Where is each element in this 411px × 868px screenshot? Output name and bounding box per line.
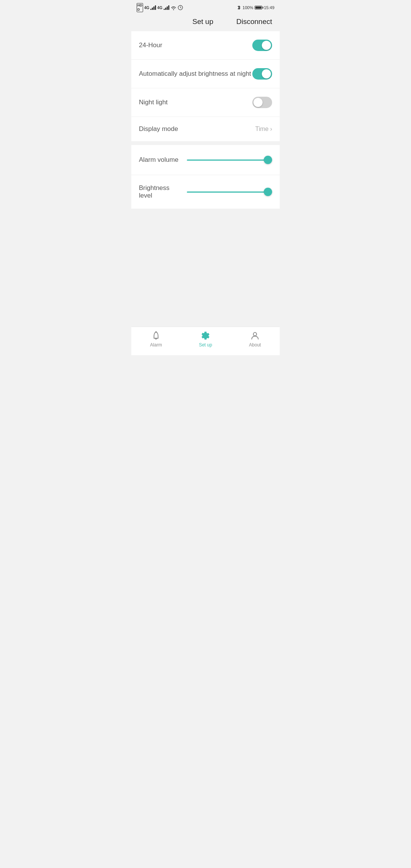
status-bar: HDD 4G 4G 100% — [131, 0, 280, 14]
nav-label-about: About — [249, 342, 261, 348]
toggle-24hour[interactable] — [252, 40, 272, 51]
toggle-thumb-night-light — [253, 98, 263, 107]
toggle-thumb-auto-brightness — [262, 69, 271, 78]
alarm-volume-track — [187, 160, 272, 161]
label-brightness: Brightness level — [139, 184, 181, 199]
hd-badge: HDD — [137, 3, 143, 12]
empty-gray-area — [131, 212, 280, 327]
nav-label-alarm: Alarm — [150, 342, 162, 348]
sliders-section: Alarm volume Brightness level — [131, 145, 280, 209]
toggle-night-light[interactable] — [252, 97, 272, 108]
label-display-mode: Display mode — [139, 125, 178, 133]
brightness-track — [187, 191, 272, 193]
nav-label-setup: Set up — [199, 342, 212, 348]
signal-bars-1 — [150, 5, 156, 10]
person-icon — [250, 331, 260, 341]
settings-section: 24-Hour Automatically adjust brightness … — [131, 31, 280, 141]
bottom-nav: Alarm Set up About — [131, 327, 280, 355]
clock-icon — [178, 5, 183, 10]
slider-row-alarm-volume: Alarm volume — [131, 145, 280, 175]
bell-icon — [151, 331, 161, 341]
setting-row-auto-brightness: Automatically adjust brightness at night — [131, 60, 280, 88]
brightness-thumb[interactable] — [264, 188, 272, 196]
toggle-thumb-24hour — [262, 41, 271, 50]
setting-row-display-mode[interactable]: Display mode Time › — [131, 117, 280, 141]
gear-icon — [201, 331, 210, 341]
network-4g-1: 4G — [144, 6, 149, 10]
label-24hour: 24-Hour — [139, 41, 162, 49]
display-mode-text: Time — [255, 126, 269, 132]
time-display: 15:49 — [264, 5, 274, 10]
disconnect-button[interactable]: Disconnect — [236, 18, 272, 26]
display-mode-value: Time › — [255, 126, 272, 132]
status-right: 100% 15:49 — [237, 5, 274, 10]
nav-item-about[interactable]: About — [240, 331, 270, 348]
label-night-light: Night light — [139, 99, 168, 106]
signal-bars-2 — [164, 5, 169, 10]
toggle-auto-brightness[interactable] — [252, 68, 272, 80]
alarm-volume-slider-container — [187, 154, 272, 166]
label-alarm-volume: Alarm volume — [139, 156, 181, 164]
setting-row-night-light: Night light — [131, 88, 280, 117]
nav-item-setup[interactable]: Set up — [190, 331, 221, 348]
setting-row-24hour: 24-Hour — [131, 31, 280, 60]
svg-point-2 — [253, 332, 257, 336]
wifi-icon — [170, 6, 177, 10]
alarm-volume-thumb[interactable] — [264, 156, 272, 164]
nav-item-alarm[interactable]: Alarm — [141, 331, 171, 348]
battery-icon — [255, 6, 262, 10]
status-left: HDD 4G 4G — [137, 3, 183, 12]
network-4g-2: 4G — [157, 6, 162, 10]
chevron-right-icon: › — [270, 126, 272, 132]
bluetooth-icon — [237, 5, 241, 10]
brightness-slider-container — [187, 186, 272, 198]
label-auto-brightness: Automatically adjust brightness at night — [139, 70, 251, 78]
battery-percent: 100% — [242, 5, 253, 10]
page-title: Set up — [193, 18, 213, 26]
slider-row-brightness: Brightness level — [131, 175, 280, 209]
top-nav: Set up Disconnect — [131, 14, 280, 31]
